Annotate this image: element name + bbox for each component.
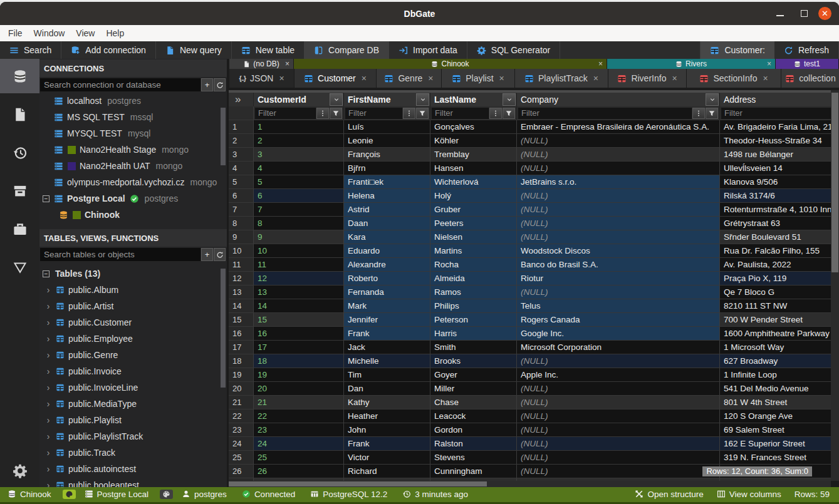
tab-customer[interactable]: Customer× (294, 69, 376, 88)
table-item[interactable]: ›public.InvoiceLine (39, 379, 227, 396)
cell-firstname[interactable]: Daan (344, 217, 430, 230)
cell-lastname[interactable]: Peeters (430, 217, 517, 230)
status-postgresql-12-2[interactable]: PostgreSQL 12.2 (310, 490, 387, 499)
horizontal-scrollbar-thumb[interactable] (229, 481, 487, 486)
row-number[interactable]: 13 (229, 285, 254, 299)
tables-group-row[interactable]: −Tables (13) (39, 265, 227, 282)
menu-item-file[interactable]: File (3, 28, 28, 38)
cell-lastname[interactable]: Ramos (430, 285, 517, 299)
cell-firstname[interactable]: Leonie (344, 134, 430, 148)
cell-firstname[interactable]: Roberto (344, 272, 430, 285)
row-number[interactable]: 20 (229, 382, 254, 396)
cell-firstname[interactable]: Franti□ek (344, 175, 430, 189)
collapse-toggle[interactable]: − (43, 195, 50, 202)
row-number[interactable]: 6 (229, 189, 254, 203)
column-header-company[interactable]: Company (517, 93, 720, 106)
cell-address[interactable]: 1 Infinite Loop (720, 368, 831, 382)
cell-address[interactable]: 120 S Orange Ave (720, 409, 831, 423)
cell-firstname[interactable]: Frank (344, 437, 430, 451)
cell-company[interactable]: (NULL) (517, 409, 720, 423)
table-item[interactable]: ›public.Track (39, 445, 227, 461)
tab-group-nodb[interactable]: (no DB)× (229, 59, 293, 69)
status-postgres[interactable]: postgres (182, 490, 227, 499)
row-number[interactable]: 21 (229, 396, 254, 409)
cell-address[interactable]: Praça Pio X, 119 (720, 272, 831, 285)
cell-address[interactable]: Av. Paulista, 2022 (720, 258, 831, 272)
cell-customerid[interactable]: 1 (254, 120, 344, 134)
connection-item[interactable]: localhostpostgres (39, 93, 227, 109)
cell-company[interactable]: (NULL) (517, 162, 720, 175)
cell-lastname[interactable]: Gonçalves (430, 120, 517, 134)
cell-firstname[interactable]: Eduardo (344, 244, 430, 258)
filter-input-lastname[interactable] (432, 108, 489, 119)
filter-input-firstname[interactable] (345, 108, 402, 119)
cell-firstname[interactable]: Dan (344, 382, 430, 396)
cell-address[interactable]: 1600 Amphitheatre Parkway (720, 327, 831, 341)
toolbar-button-search[interactable]: Search (0, 41, 61, 59)
cell-company[interactable]: (NULL) (517, 437, 720, 451)
close-icon[interactable]: × (499, 73, 504, 83)
cell-company[interactable]: (NULL) (517, 217, 720, 230)
close-icon[interactable]: × (428, 73, 433, 83)
row-number[interactable]: 10 (229, 244, 254, 258)
column-header-address[interactable]: Address (720, 93, 831, 106)
table-item[interactable]: ›public.MediaType (39, 396, 227, 412)
close-icon[interactable]: × (767, 59, 771, 68)
tab-playlisttrack[interactable]: PlaylistTrack× (515, 69, 608, 88)
row-number[interactable]: 4 (229, 162, 254, 175)
row-number[interactable]: 1 (229, 120, 254, 134)
cell-customerid[interactable]: 19 (254, 368, 344, 382)
cell-firstname[interactable]: François (344, 148, 430, 162)
row-number[interactable]: 24 (229, 437, 254, 451)
row-number[interactable]: 17 (229, 341, 254, 354)
column-menu-button[interactable] (706, 93, 719, 106)
close-icon[interactable]: × (279, 73, 284, 83)
cell-lastname[interactable]: Gruber (430, 203, 517, 217)
cell-customerid[interactable]: 13 (254, 285, 344, 299)
cell-customerid[interactable]: 23 (254, 423, 344, 437)
cell-address[interactable]: Sřnder Boulevard 51 (720, 230, 831, 244)
cell-customerid[interactable]: 4 (254, 162, 344, 175)
horizontal-scrollbar[interactable] (229, 481, 831, 487)
cell-firstname[interactable]: Michelle (344, 354, 430, 368)
cell-address[interactable]: Grétrystraat 63 (720, 217, 831, 230)
row-number[interactable]: 15 (229, 313, 254, 327)
cell-firstname[interactable]: Frank (344, 327, 430, 341)
filter-menu-button[interactable] (403, 108, 415, 119)
connections-refresh-button[interactable] (214, 78, 226, 91)
cell-company[interactable]: Telus (517, 299, 720, 313)
cell-address[interactable]: Av. Brigadeiro Faria Lima, 2170 (720, 120, 831, 134)
cell-company[interactable]: Banco do Brasil S.A. (517, 258, 720, 272)
rail-item-history[interactable] (0, 135, 39, 170)
cell-lastname[interactable]: Leacock (430, 409, 517, 423)
toolbar-button-new-table[interactable]: New table (232, 41, 305, 59)
cell-lastname[interactable]: Hansen (430, 162, 517, 175)
cell-company[interactable]: (NULL) (517, 423, 720, 437)
cell-lastname[interactable]: Miller (430, 382, 517, 396)
tab-genre[interactable]: Genre× (377, 69, 441, 88)
cell-customerid[interactable]: 11 (254, 258, 344, 272)
cell-customerid[interactable]: 3 (254, 148, 344, 162)
row-number[interactable]: 9 (229, 230, 254, 244)
cell-address[interactable]: Rilská 3174/6 (720, 189, 831, 203)
cell-lastname[interactable]: Goyer (430, 368, 517, 382)
table-item[interactable]: ›public.Playlist (39, 412, 227, 428)
filter-funnel-button[interactable] (503, 108, 515, 119)
table-item[interactable]: ›public.Genre (39, 347, 227, 363)
cell-lastname[interactable]: Martins (430, 244, 517, 258)
cell-lastname[interactable]: Nielsen (430, 230, 517, 244)
cell-lastname[interactable]: Chase (430, 396, 517, 409)
cell-customerid[interactable]: 12 (254, 272, 344, 285)
status-chinook[interactable]: Chinook (8, 490, 51, 499)
cell-address[interactable]: 8210 111 ST NW (720, 299, 831, 313)
cell-customerid[interactable]: 16 (254, 327, 344, 341)
tab-riverinfo[interactable]: RiverInfo× (608, 69, 686, 88)
cell-address[interactable]: 69 Salem Street (720, 423, 831, 437)
filter-funnel-button[interactable] (416, 108, 429, 119)
cell-address[interactable]: Ullevĺlsveien 14 (720, 162, 831, 175)
cell-customerid[interactable]: 14 (254, 299, 344, 313)
table-item[interactable]: ›public.Invoice (39, 363, 227, 379)
toolbar-button-import-data[interactable]: Import data (389, 41, 467, 59)
cell-address[interactable]: 319 N. Frances Street (720, 451, 831, 465)
close-icon[interactable]: × (285, 59, 289, 68)
